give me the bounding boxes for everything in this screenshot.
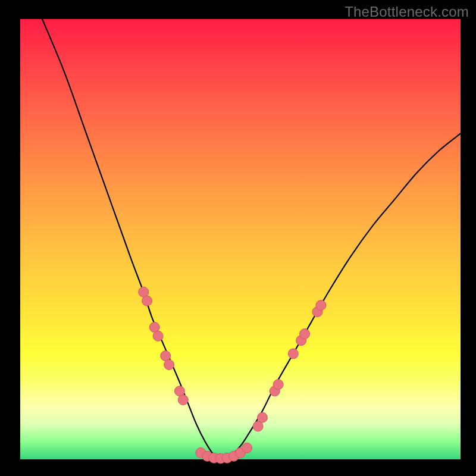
marker-dot bbox=[242, 443, 252, 453]
marker-dot bbox=[153, 331, 163, 341]
marker-dot bbox=[288, 349, 298, 359]
chart-frame: TheBottleneck.com bbox=[0, 0, 476, 476]
marker-dot bbox=[164, 359, 174, 369]
marker-dot bbox=[273, 380, 283, 390]
marker-dot bbox=[258, 412, 268, 422]
marker-dot bbox=[142, 296, 152, 306]
curve-layer bbox=[20, 19, 461, 459]
bottleneck-curve bbox=[42, 19, 461, 459]
marker-dots bbox=[139, 287, 326, 464]
marker-dot bbox=[178, 395, 188, 405]
plot-area bbox=[20, 19, 461, 459]
marker-dot bbox=[300, 329, 310, 339]
marker-dot bbox=[316, 300, 326, 311]
watermark-text: TheBottleneck.com bbox=[345, 4, 469, 20]
